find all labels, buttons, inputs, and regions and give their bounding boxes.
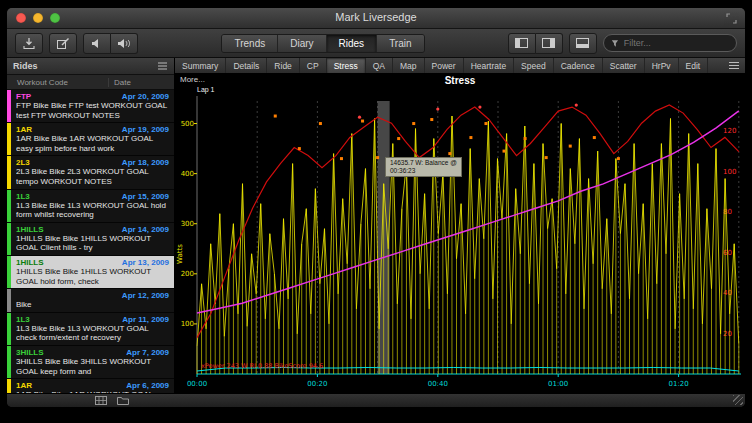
view-tab-train[interactable]: Train <box>376 35 423 52</box>
view-tab-diary[interactable]: Diary <box>277 35 325 52</box>
ride-code: 1AR <box>16 125 32 134</box>
ride-date: Apr 7, 2009 <box>126 348 169 357</box>
chart-tab-ride[interactable]: Ride <box>267 58 299 73</box>
chart-title: Stress <box>175 75 745 86</box>
download-button[interactable] <box>15 33 43 54</box>
rides-sidebar: Rides Workout Code Date FTPApr 20, 2009F… <box>7 58 175 393</box>
chart-tab-cadence[interactable]: Cadence <box>554 58 603 73</box>
ride-color-bar <box>7 156 11 188</box>
tooltip-time: 00:36:23 <box>390 167 457 175</box>
ride-list-item[interactable]: 1ARApr 19, 20091AR Bike Bike 1AR WORKOUT… <box>7 123 174 156</box>
filter-input[interactable] <box>622 37 729 49</box>
toggle-right-panel-button[interactable] <box>536 33 563 54</box>
compose-button[interactable] <box>49 33 77 54</box>
ride-date: Apr 12, 2009 <box>122 291 169 300</box>
ride-code: 2L3 <box>16 158 30 167</box>
toggle-left-panel-button[interactable] <box>508 33 536 54</box>
ride-color-bar <box>7 123 11 155</box>
ride-color-bar <box>7 256 11 288</box>
chart-tab-stress[interactable]: Stress <box>327 58 366 73</box>
stress-chart-area: More... Stress Lap 1 100200300400500Watt… <box>175 74 745 393</box>
lap-label: Lap 1 <box>197 86 215 93</box>
ride-date: Apr 20, 2009 <box>122 92 169 101</box>
svg-text:100: 100 <box>723 168 736 176</box>
ride-color-bar <box>7 379 11 393</box>
ride-date: Apr 18, 2009 <box>122 158 169 167</box>
column-date[interactable]: Date <box>109 78 174 87</box>
status-bar <box>7 393 745 407</box>
view-tab-rides[interactable]: Rides <box>326 35 377 52</box>
ride-list-item[interactable]: FTPApr 20, 2009FTP Bike Bike FTP test WO… <box>7 90 174 123</box>
chart-tab-scatter[interactable]: Scatter <box>603 58 645 73</box>
volume-button[interactable] <box>111 33 138 54</box>
chart-tab-map[interactable]: Map <box>393 58 425 73</box>
svg-text:500: 500 <box>181 120 194 128</box>
chart-tab-heartrate[interactable]: Heartrate <box>464 58 514 73</box>
chart-tooltip: 14635.7 W: Balance @ 00:36:23 <box>385 157 462 177</box>
toolbar: TrendsDiaryRidesTrain <box>7 29 745 58</box>
resize-grip[interactable] <box>733 395 743 405</box>
column-workout-code[interactable]: Workout Code <box>7 78 109 87</box>
svg-text:Watts: Watts <box>176 244 184 264</box>
filter-icon <box>611 39 619 48</box>
ride-list-item[interactable]: 2L3Apr 18, 20092L3 Bike Bike 2L3 WORKOUT… <box>7 156 174 189</box>
ride-description: 1HILLS Bike Bike 1HILLS WORKOUT GOAL hol… <box>16 267 169 286</box>
svg-text:00:40: 00:40 <box>428 380 448 388</box>
svg-text:xPower 243 W RI 0.88 BikeSco: xPower 243 W RI 0.88 BikeScore 94.6 <box>201 362 323 370</box>
chart-tab-speed[interactable]: Speed <box>514 58 554 73</box>
compose-icon <box>56 37 70 50</box>
mute-button[interactable] <box>83 33 111 54</box>
ride-date: Apr 15, 2009 <box>122 192 169 201</box>
ride-description: 1L3 Bike Bike 1L3 WORKOUT GOAL check for… <box>16 324 169 343</box>
ride-date: Apr 14, 2009 <box>122 225 169 234</box>
window-title: Mark Liversedge <box>7 11 745 23</box>
svg-text:300: 300 <box>181 220 194 228</box>
ride-code: 3HILLS <box>16 348 44 357</box>
ride-list-item[interactable]: Apr 12, 2009Bike <box>7 289 174 313</box>
svg-text:100: 100 <box>181 320 194 328</box>
ride-color-bar <box>7 223 11 255</box>
svg-text:00:20: 00:20 <box>307 380 327 388</box>
sidebar-menu-icon[interactable] <box>157 62 168 70</box>
chart-tab-power[interactable]: Power <box>425 58 464 73</box>
app-window: Mark Liversedge <box>7 8 745 407</box>
download-icon <box>22 37 36 50</box>
ride-list-item[interactable]: 1L3Apr 15, 20091L3 Bike Bike 1L3 WORKOUT… <box>7 190 174 223</box>
fullscreen-icon[interactable] <box>726 13 737 24</box>
svg-text:200: 200 <box>181 270 194 278</box>
chart-tab-summary[interactable]: Summary <box>175 58 226 73</box>
tooltip-value: 14635.7 W: Balance @ <box>390 159 457 167</box>
ride-color-bar <box>7 90 11 122</box>
ride-code: FTP <box>16 92 31 101</box>
grid-view-icon[interactable] <box>95 396 107 405</box>
toggle-detail-pane-button[interactable] <box>569 33 597 54</box>
view-tab-trends[interactable]: Trends <box>222 35 277 52</box>
chart-tab-edit[interactable]: Edit <box>679 58 709 73</box>
ride-list-item[interactable]: 1HILLSApr 14, 20091HILLS Bike Bike 1HILL… <box>7 223 174 256</box>
list-column-headers: Workout Code Date <box>7 75 174 90</box>
ride-list: FTPApr 20, 2009FTP Bike Bike FTP test WO… <box>7 90 174 393</box>
svg-text:00:00: 00:00 <box>187 380 207 388</box>
chart-tab-details[interactable]: Details <box>226 58 267 73</box>
chart-menu-icon[interactable] <box>728 61 740 70</box>
speaker-volume-icon <box>117 38 131 49</box>
stress-plot[interactable]: 100200300400500Watts2040608010012000:000… <box>175 74 745 399</box>
ride-code: 1AR <box>16 381 32 390</box>
ride-list-item[interactable]: 1HILLSApr 13, 20091HILLS Bike Bike 1HILL… <box>7 256 174 289</box>
svg-text:20: 20 <box>723 330 732 338</box>
more-menu[interactable]: More... <box>180 75 205 84</box>
ride-list-item[interactable]: 1L3Apr 11, 20091L3 Bike Bike 1L3 WORKOUT… <box>7 313 174 346</box>
folder-icon[interactable] <box>117 396 129 405</box>
ride-date: Apr 6, 2009 <box>126 381 169 390</box>
ride-description: 3HILLS Bike Bike 3HILLS WORKOUT GOAL kee… <box>16 357 169 376</box>
ride-color-bar <box>7 289 11 312</box>
ride-list-item[interactable]: 3HILLSApr 7, 20093HILLS Bike Bike 3HILLS… <box>7 346 174 379</box>
chart-tabbar: SummaryDetailsRideCPStressQAMapPowerHear… <box>175 58 745 74</box>
ride-list-item[interactable]: 1ARApr 6, 20091AR Bike Bike 1AR WORKOUT … <box>7 379 174 393</box>
svg-text:01:20: 01:20 <box>669 380 689 388</box>
ride-date: Apr 11, 2009 <box>122 315 169 324</box>
chart-tab-cp[interactable]: CP <box>300 58 327 73</box>
chart-tab-hrpv[interactable]: HrPv <box>645 58 679 73</box>
main-panel: SummaryDetailsRideCPStressQAMapPowerHear… <box>175 58 745 393</box>
chart-tab-qa[interactable]: QA <box>366 58 393 73</box>
